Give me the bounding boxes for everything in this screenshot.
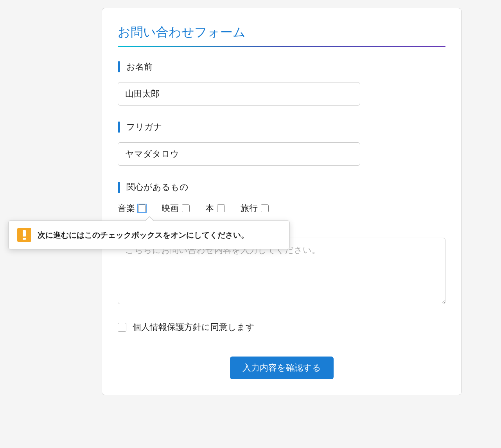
contact-form: お問い合わせフォーム お名前 フリガナ 関心があるもの 音楽 映画 本 旅行 個… [102,8,461,395]
furigana-input[interactable] [118,142,360,166]
interest-option-music[interactable]: 音楽 [118,202,146,214]
tooltip-text: 次に進むにはこのチェックボックスをオンにしてください。 [38,230,249,240]
warning-icon [17,228,31,242]
interest-label: 本 [205,202,214,214]
interest-checkbox-book[interactable] [217,204,225,212]
interest-label: 旅行 [241,202,258,214]
interest-option-movie[interactable]: 映画 [162,202,190,214]
agree-row[interactable]: 個人情報保護方針に同意します [118,321,445,333]
submit-button[interactable]: 入力内容を確認する [230,357,334,379]
interest-checkbox-travel[interactable] [261,204,269,212]
form-title: お問い合わせフォーム [118,24,445,47]
submit-row: 入力内容を確認する [118,357,445,379]
interest-option-travel[interactable]: 旅行 [241,202,269,214]
agree-checkbox[interactable] [118,323,126,332]
interests-row: 音楽 映画 本 旅行 [118,202,445,214]
interest-label: 映画 [162,202,179,214]
interests-label: 関心があるもの [118,181,445,193]
interest-label: 音楽 [118,202,135,214]
svg-rect-0 [23,230,26,237]
interest-option-book[interactable]: 本 [205,202,225,214]
furigana-label: フリガナ [118,121,445,133]
svg-rect-1 [23,238,26,240]
name-input[interactable] [118,82,360,106]
interest-checkbox-movie[interactable] [182,204,190,212]
validation-tooltip: 次に進むにはこのチェックボックスをオンにしてください。 [8,220,290,249]
name-label: お名前 [118,61,445,73]
interest-checkbox-music[interactable] [138,204,146,212]
agree-label: 個人情報保護方針に同意します [133,321,255,333]
